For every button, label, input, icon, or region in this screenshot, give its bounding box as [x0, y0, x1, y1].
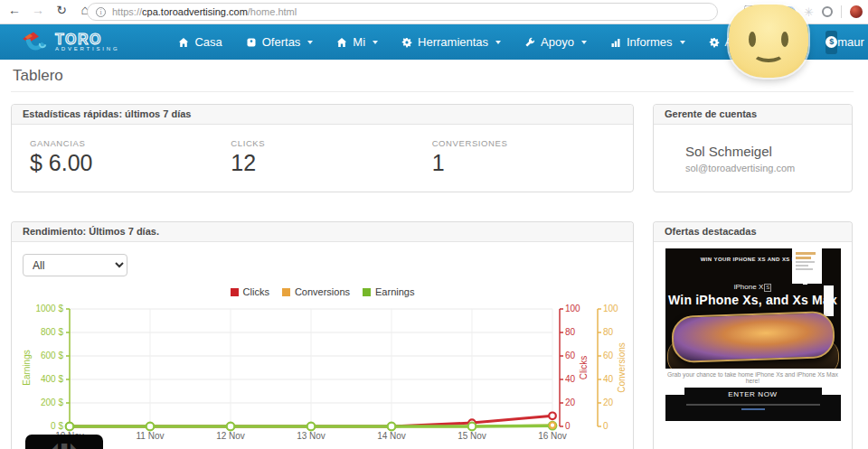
user-account-menu[interactable]: maur gmail.com: [837, 35, 868, 49]
logo-subtitle: ADVERTISING: [55, 46, 119, 51]
logo-title: TORO: [55, 33, 119, 46]
nav-label: Herramientas: [418, 35, 488, 49]
account-manager-name: Sol Schmeigel: [685, 144, 852, 159]
offer-filter-select[interactable]: All: [23, 254, 127, 276]
legend-swatch: [282, 288, 290, 296]
browser-back-icon[interactable]: ←: [5, 3, 24, 17]
account-manager-email: sol@toroadvertising.com: [685, 163, 852, 173]
offer-ad-banner[interactable]: WIN YOUR IPHONE XS AND XS MAX iPhone XS …: [665, 248, 841, 421]
legend-item-conversions[interactable]: Conversions: [282, 286, 350, 297]
browser-profile-avatar[interactable]: [850, 5, 863, 18]
svg-text:Earnings: Earnings: [22, 350, 32, 385]
toro-logo[interactable]: TORO ADVERTISING: [22, 31, 119, 54]
ad-tagline: Grab your chance to take home iPhone Xs …: [665, 371, 841, 384]
toolbar-divider: [841, 5, 842, 18]
balance-button[interactable]: $: [826, 31, 837, 54]
legend-item-clicks[interactable]: Clicks: [231, 286, 269, 297]
svg-text:600 $: 600 $: [41, 351, 63, 360]
chevron-down-icon: [581, 41, 587, 44]
performance-chart: 0 $200 $400 $600 $800 $1000 $Earnings020…: [12, 298, 633, 449]
fine-print-link: [741, 408, 765, 410]
stat-clicks: CLICKS 12: [231, 138, 431, 176]
page-title: Tablero: [13, 67, 63, 85]
legend-label: Conversions: [295, 286, 350, 297]
stat-label: GANANCIAS: [30, 138, 231, 148]
nav-item-ofertas[interactable]: Ofertas: [234, 24, 326, 60]
svg-text:60: 60: [603, 351, 614, 360]
nav-item-herramientas[interactable]: Herramientas: [390, 24, 513, 60]
fine-print-line: [686, 404, 820, 406]
nav-label: Ofertas: [262, 35, 301, 49]
ad-headline: Win iPhone Xs, and Xs Max: [665, 293, 841, 307]
watermark-glyph: ◣: [71, 443, 76, 449]
stat-ganancias: GANANCIAS $ 6.00: [30, 138, 231, 176]
nav-label: Mi: [353, 35, 365, 49]
chevron-down-icon: [373, 41, 378, 44]
nav-item-mi[interactable]: Mi: [325, 24, 390, 60]
stat-label: CLICKS: [231, 138, 431, 148]
legend-swatch: [231, 288, 239, 296]
watermark-glyph: ◢: [52, 443, 58, 449]
home-icon: [178, 37, 189, 48]
sticker-smile: [752, 44, 785, 62]
legend-swatch: [363, 288, 371, 296]
nav-label: Informes: [627, 35, 673, 49]
featured-offers-panel: Ofertas destacadas WIN YOUR IPHONE XS AN…: [653, 221, 853, 449]
stat-value: 12: [231, 150, 431, 176]
svg-text:60: 60: [565, 351, 576, 360]
account-manager-panel: Gerente de cuentas Sol Schmeigel sol@tor…: [653, 104, 853, 192]
svg-text:12 Nov: 12 Nov: [216, 431, 245, 441]
stat-conversiones: CONVERSIONES 1: [432, 138, 633, 176]
offers-icon: [246, 37, 257, 48]
gear-icon: [709, 37, 720, 48]
nav-item-informes[interactable]: Informes: [599, 24, 697, 60]
browser-forward-icon[interactable]: →: [29, 3, 47, 17]
legend-item-earnings[interactable]: Earnings: [363, 286, 414, 297]
svg-text:15 Nov: 15 Nov: [458, 431, 486, 441]
svg-text:13 Nov: 13 Nov: [297, 431, 326, 441]
svg-text:40: 40: [603, 374, 614, 384]
ad-mini-card-graphic: [792, 248, 822, 284]
wrench-icon: [524, 37, 535, 48]
enter-now-button[interactable]: ENTER NOW: [684, 388, 822, 401]
home-icon: [336, 37, 347, 48]
nav-item-casa[interactable]: Casa: [166, 24, 233, 60]
legend-label: Clicks: [243, 286, 269, 297]
iphone-front-graphic: [671, 311, 835, 363]
svg-text:0 $: 0 $: [51, 421, 63, 431]
bar-chart-icon: [610, 37, 621, 48]
sticker-eye: [749, 32, 756, 47]
snowflake-extension-icon[interactable]: ✳: [804, 5, 814, 19]
legend-label: Earnings: [375, 286, 414, 297]
svg-text:400 $: 400 $: [41, 374, 63, 384]
browser-refresh-icon[interactable]: ↻: [52, 3, 71, 17]
url-path: /home.html: [248, 6, 297, 17]
svg-text:1000 $: 1000 $: [35, 304, 63, 313]
nav-item-apoyo[interactable]: Apoyo: [513, 24, 599, 60]
bull-icon: [22, 31, 51, 54]
smiley-sticker-overlay: [729, 5, 808, 78]
nav-label: Casa: [194, 35, 222, 49]
chevron-down-icon: [307, 41, 313, 44]
svg-text:100: 100: [565, 304, 580, 313]
dollar-icon: $: [826, 36, 837, 48]
chart-legend: Clicks Conversions Earnings: [12, 286, 633, 297]
page-info-icon[interactable]: i: [96, 7, 106, 17]
stat-value: 1: [432, 150, 633, 176]
extension-ring-icon[interactable]: [822, 6, 833, 17]
svg-text:200 $: 200 $: [41, 398, 63, 407]
account-manager-header: Gerente de cuentas: [654, 105, 852, 125]
url-domain: cpa.toroadvertising.com: [142, 6, 248, 17]
featured-offers-header: Ofertas destacadas: [654, 222, 852, 242]
svg-text:40: 40: [565, 374, 576, 384]
nav-label: Apoyo: [541, 35, 574, 49]
svg-text:Clicks: Clicks: [579, 356, 589, 380]
nav-menu: Casa Ofertas Mi Herramientas Apoyo: [166, 24, 788, 60]
watermark-glyph: ▆: [61, 443, 67, 449]
address-bar[interactable]: i https://cpa.toroadvertising.com/home.h…: [87, 3, 718, 21]
ad-phone-edge-graphic: [824, 285, 834, 316]
stat-value: $ 6.00: [30, 150, 231, 176]
sticker-eye: [781, 32, 788, 47]
performance-header: Rendimiento: Últimos 7 días.: [12, 222, 633, 242]
quick-stats-panel: Estadísticas rápidas: últimos 7 días GAN…: [11, 104, 634, 192]
